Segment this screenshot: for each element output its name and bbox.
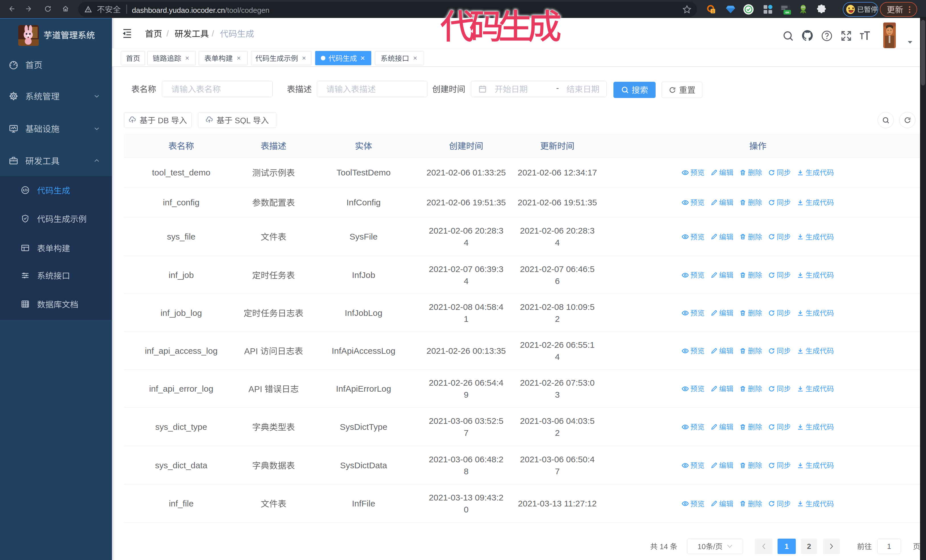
svg-text:on: on — [785, 11, 789, 14]
svg-text:1: 1 — [712, 9, 714, 14]
